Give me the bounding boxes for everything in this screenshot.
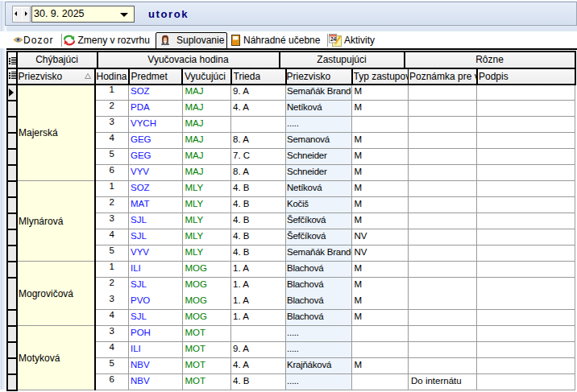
svg-text:24: 24 — [330, 36, 337, 42]
